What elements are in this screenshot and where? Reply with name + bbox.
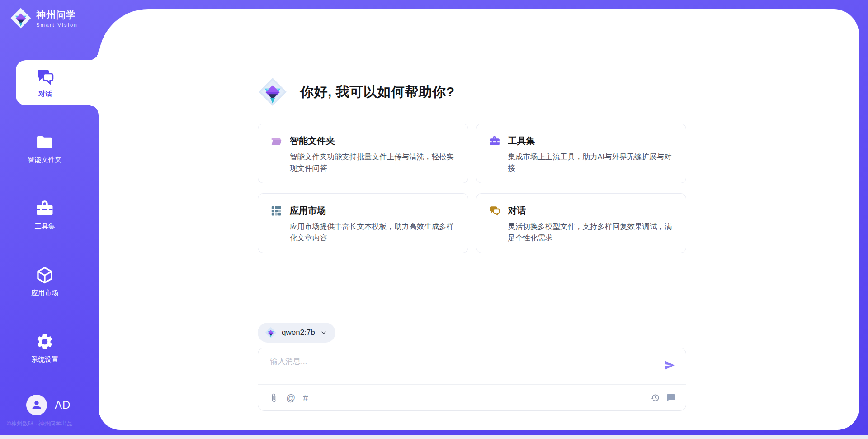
horizontal-scrollbar-track[interactable]: [0, 435, 868, 439]
card-toolset[interactable]: 工具集 集成市场上主流工具，助力AI与外界无缝扩展与对接: [476, 124, 687, 183]
chat-bubble-icon[interactable]: [666, 393, 675, 402]
folder-icon: [35, 133, 54, 152]
brand-name: 神州问学: [36, 9, 78, 21]
model-diamond-icon: [265, 327, 277, 339]
chevron-down-icon: [320, 329, 327, 336]
cube-icon: [35, 266, 54, 285]
main-content-area: 你好, 我可以如何帮助你? 智能文件夹 智能文件夹功能支持批量文件上传与清洗，轻…: [99, 9, 859, 430]
sidebar-item-settings[interactable]: 系统设置: [0, 332, 90, 364]
sidebar-item-chat[interactable]: 对话: [16, 60, 99, 105]
feature-cards: 智能文件夹 智能文件夹功能支持批量文件上传与清洗，轻松实现文件问答 工具集 集成…: [258, 124, 686, 253]
card-chat[interactable]: 对话 灵活切换多模型文件，支持多样回复效果调试，满足个性化需求: [476, 193, 687, 253]
chat-icon: [489, 205, 500, 217]
copyright-text: ©神州数码 · 神州问学出品: [7, 420, 97, 428]
mention-icon[interactable]: @: [286, 393, 295, 402]
brand-diamond-icon: [10, 7, 32, 29]
folder-open-icon: [270, 135, 282, 147]
card-title: 应用市场: [290, 205, 326, 217]
brand-diamond-icon: [258, 77, 288, 107]
sidebar-item-label: 工具集: [35, 222, 55, 231]
greeting-row: 你好, 我可以如何帮助你?: [258, 77, 455, 107]
sidebar-item-label: 系统设置: [31, 355, 58, 364]
card-title: 工具集: [508, 135, 535, 147]
model-name: qwen2:7b: [282, 328, 315, 337]
user-profile[interactable]: AD: [26, 395, 71, 415]
card-title: 智能文件夹: [290, 135, 335, 147]
brand-subtitle: Smart Vision: [36, 22, 78, 28]
user-initials: AD: [55, 399, 71, 411]
card-description: 灵活切换多模型文件，支持多样回复效果调试，满足个性化需求: [508, 221, 675, 243]
send-icon[interactable]: [663, 359, 676, 372]
card-title: 对话: [508, 205, 526, 217]
message-input[interactable]: [270, 356, 654, 382]
toolbox-icon: [489, 135, 500, 147]
card-app-market[interactable]: 应用市场 应用市场提供丰富长文本模板，助力高效生成多样化文章内容: [258, 193, 468, 253]
sidebar-item-label: 智能文件夹: [28, 156, 62, 164]
history-icon[interactable]: [651, 393, 660, 402]
sidebar-item-smart-folder[interactable]: 智能文件夹: [0, 133, 90, 164]
greeting-text: 你好, 我可以如何帮助你?: [300, 83, 455, 101]
gear-icon: [35, 332, 54, 351]
message-composer: @ #: [258, 348, 686, 411]
sidebar-item-toolset[interactable]: 工具集: [0, 199, 90, 231]
card-description: 应用市场提供丰富长文本模板，助力高效生成多样化文章内容: [290, 221, 456, 243]
sidebar-item-label: 对话: [38, 90, 52, 98]
attach-icon[interactable]: [269, 393, 278, 402]
sidebar-item-app-market[interactable]: 应用市场: [0, 266, 90, 297]
composer-toolbar: @ #: [258, 385, 686, 410]
app-logo: 神州问学 Smart Vision: [10, 7, 78, 29]
sidebar-item-label: 应用市场: [31, 289, 58, 297]
avatar: [26, 395, 47, 415]
model-selector[interactable]: qwen2:7b: [258, 323, 335, 343]
card-smart-folder[interactable]: 智能文件夹 智能文件夹功能支持批量文件上传与清洗，轻松实现文件问答: [258, 124, 468, 183]
grid-icon: [270, 205, 282, 217]
card-description: 集成市场上主流工具，助力AI与外界无缝扩展与对接: [508, 151, 675, 174]
toolbox-icon: [35, 199, 54, 218]
hashtag-icon[interactable]: #: [303, 393, 308, 402]
card-description: 智能文件夹功能支持批量文件上传与清洗，轻松实现文件问答: [290, 151, 456, 174]
chat-icon: [36, 67, 55, 86]
